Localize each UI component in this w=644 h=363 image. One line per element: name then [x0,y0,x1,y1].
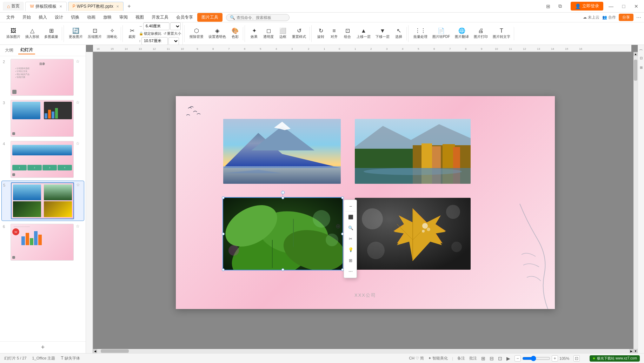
view-grid-icon[interactable]: ⊟ [490,356,494,361]
close-wps-tab-icon[interactable]: ✕ [59,5,62,8]
tab-home[interactable]: ⌂ 首页 [3,2,24,11]
slide-item-2[interactable]: 2 目录 ✓介绍基本流程✓介绍公文化✓简介相关产品✓实现方案 ☆ [1,58,84,97]
transparency-button[interactable]: ◻ 透明度 [261,27,276,40]
insert-shape-button[interactable]: △ 插入形状 [23,27,41,40]
search-box[interactable]: 🔍 [226,14,290,21]
zoom-slider[interactable] [522,356,550,361]
right-panel-btn1[interactable]: ⟨ [638,48,644,52]
collab-button[interactable]: 👥 合作 [602,15,616,20]
handle-bm[interactable] [281,268,284,271]
border-button[interactable]: ⬜ 边框 [277,27,289,40]
comments-button[interactable]: 批注 [469,356,477,361]
scroll-thumb[interactable] [634,60,637,81]
add-image-button[interactable]: 🖼 添加图片 [4,27,22,40]
view-normal-icon[interactable]: ⊞ [481,356,485,361]
handle-ml[interactable] [222,233,225,235]
menu-file[interactable]: 文件 [3,13,18,22]
image-mountain-blue[interactable] [223,119,341,184]
height-unit-select[interactable] [168,37,179,45]
tab-ppt[interactable]: P WPS PPT教程.pptx ✕ [68,2,124,11]
slide-item-3[interactable]: 3 [1,99,84,138]
menu-slideshow[interactable]: 放映 [100,13,115,22]
ctx-zoom-button[interactable]: 🔍 [345,223,356,233]
width-unit-select[interactable] [170,22,181,30]
login-button[interactable]: 👤 立即登录 [571,2,603,11]
menu-image-tools[interactable]: 图片工具 [197,13,223,22]
vertical-scrollbar[interactable]: ▲ ▼ [633,52,638,353]
set-transparent-button[interactable]: ◈ 设置透明色 [206,27,228,40]
img-to-text-button[interactable]: T 图片转文字 [491,27,512,40]
select-button[interactable]: ↖ 选择 [392,27,405,40]
maximize-button[interactable]: □ [619,1,629,11]
move-down-button[interactable]: ▼ 下移一层 [373,27,392,40]
handle-bl[interactable] [222,268,225,271]
color-button[interactable]: 🎨 色彩 [229,27,241,40]
image-maple-leaf[interactable] [355,198,471,270]
ctx-more-button[interactable]: ⋯ [345,266,356,277]
search-input[interactable] [237,15,286,20]
slide-canvas-container[interactable]: ⊕ − ⬛ 🔍 ✂ 💡 ⊞ ⋯ [93,52,638,353]
canvas-area[interactable]: 16 15 14 13 12 11 10 9 8 7 6 5 4 3 2 1 0… [86,45,638,353]
sharpen-button[interactable]: ✧ 清晰化 [105,27,119,40]
fit-page-button[interactable]: ⊡ [573,355,580,362]
more-menu-icon[interactable]: ⋯ [636,15,641,20]
tab-wps-template[interactable]: W 拼板院模板 ✕ [25,2,66,11]
img-print-button[interactable]: 🖨 图片打印 [472,27,490,40]
add-tab-button[interactable]: + [125,2,133,11]
notes-button[interactable]: 备注 [457,356,465,361]
minimize-button[interactable]: — [606,1,616,11]
zoom-out-button[interactable]: − [514,355,521,362]
menu-review[interactable]: 审阅 [116,13,131,22]
ctx-layout-button[interactable]: ⊞ [345,255,356,266]
menu-start[interactable]: 开始 [19,13,34,22]
menu-animation[interactable]: 动画 [84,13,99,22]
effect-button[interactable]: ✦ 效果 [248,27,260,40]
menu-design[interactable]: 设计 [51,13,67,22]
view-presenter-icon[interactable]: ⊡ [498,356,502,361]
menu-developer[interactable]: 开发工具 [148,13,172,22]
ctx-crop-button[interactable]: ✂ [345,234,356,244]
handle-tm[interactable] [281,196,284,199]
menu-insert[interactable]: 插入 [35,13,51,22]
crop-button[interactable]: ✂ 裁剪 [126,27,138,40]
share-button[interactable]: 分享 [619,14,633,21]
ctx-minus-button[interactable]: − [345,201,356,211]
tab-slides[interactable]: 幻灯片 [18,46,35,54]
height-input[interactable] [141,37,168,45]
horizontal-scrollbar[interactable]: ◀ ▶ [93,349,633,353]
window-layout-icon[interactable]: ⊞ [543,1,553,11]
slide-item-4[interactable]: 4 1 2 3 4 [1,140,84,179]
move-up-button[interactable]: ▲ 上移一层 [354,27,373,40]
right-panel-btn2[interactable]: ⊡ [639,55,643,61]
compress-button[interactable]: ⊡ 压缩图片 [86,27,104,40]
close-ppt-tab-icon[interactable]: ✕ [116,5,119,8]
group-button[interactable]: ⊡ 组合 [341,27,354,40]
right-panel-btn3[interactable]: ⊞ [639,64,643,71]
img-translate-button[interactable]: 🌐 图片翻译 [453,27,471,40]
slide-item-5[interactable]: 5 ☆ [1,181,84,221]
multi-crop-button[interactable]: ⊞ 多图裁量 [42,27,60,40]
width-input[interactable] [143,22,170,30]
reset-style-button[interactable]: ↺ 重置样式 [290,27,308,40]
img-to-pdf-button[interactable]: 📄 图片转PDF [430,27,452,40]
close-button[interactable]: ✕ [631,1,641,11]
ctx-layer-button[interactable]: ⬛ [345,212,356,222]
hscroll-thumb[interactable] [101,349,129,353]
remove-bg-button[interactable]: ⬡ 抠除背景 [187,27,206,40]
menu-vip[interactable]: 会员专享 [173,13,197,22]
zoom-in-button[interactable]: + [552,355,558,362]
input-method[interactable]: CH ♡ 简 [409,356,424,361]
batch-process-button[interactable]: ⋮⋮ 批量处理 [411,27,430,40]
play-button[interactable]: ▶ [506,356,510,361]
align-button[interactable]: ≡ 对齐 [328,27,340,40]
change-image-button[interactable]: 🔄 更改图片 [67,27,85,40]
menu-transition[interactable]: 切换 [67,13,83,22]
menu-view[interactable]: 视图 [132,13,147,22]
smart-beauty[interactable]: ✦ 智能美化 [428,356,448,361]
multi-window-icon[interactable]: ⧉ [555,1,565,11]
ctx-enhance-button[interactable]: 💡 [345,244,356,255]
slide-item-6[interactable]: 6 ───────────── W [1,222,84,262]
tab-outline[interactable]: 大纲 [3,47,15,54]
slide-canvas[interactable]: ⊕ − ⬛ 🔍 ✂ 💡 ⊞ ⋯ [176,96,555,309]
handle-tl[interactable] [222,196,225,199]
